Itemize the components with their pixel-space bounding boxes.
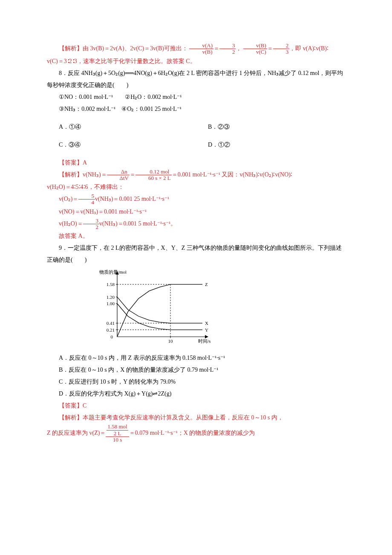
q7-analysis-line2: v(C)＝3∶2∶3，速率之比等于化学计量数之比。故答案 C。 [47,55,345,67]
q8-analysis-l2: v(H₂O)＝4∶5∶4∶6，不难得出： [47,181,345,193]
q8-derive-3: v(H₂O)＝32v(NH₃)＝0.001 5 mol·L⁻¹·s⁻¹。 [47,218,345,231]
svg-text:1.58: 1.58 [107,282,115,287]
svg-text:时间/s: 时间/s [198,338,210,344]
answer-label: 【答案】 [59,402,83,409]
q8-multi2: ③NH₃：0.002 mol·L⁻¹ ④O₂：0.001 25 mol·L⁻¹ [47,103,345,115]
svg-text:物质的量/mol: 物质的量/mol [99,269,127,275]
q8-analysis-l1: 【解析】v(NH₃)＝ΔnΔtV＝0.12 mol60 s × 2 L＝0.00… [47,169,345,182]
q9-stem: 9．一定温度下，在 2 L的密闭容器中，X、Y、Z 三种气体的物质的量随时间变化… [47,242,345,266]
nested-fraction: 1.58 mol2 L 10 s [106,424,129,443]
q8-multi1: ①NO：0.001 mol·L⁻¹ ②H₂O：0.002 mol·L⁻¹ [47,91,345,103]
fraction: 32 [83,218,100,231]
q9-option-b: B．反应在 0～10 s 内，X 的物质的量浓度减少了 0.79 mol·L⁻¹ [47,364,345,376]
svg-text:0: 0 [111,334,113,339]
svg-text:0.21: 0.21 [107,327,115,332]
q9-answer: 【答案】C [47,400,345,412]
q8-option-d: D．①② [196,139,345,151]
fraction: v(A)v(B) [189,43,213,55]
svg-text:Y: Y [205,327,208,332]
fraction: v(B)v(C) [243,43,267,55]
svg-text:1.00: 1.00 [107,301,115,306]
fraction: 32 [219,43,236,55]
q9-option-c: C．反应进行到 10 s 时，Y 的转化率为 79.0% [47,376,345,388]
q9-option-a: A．反应在 0～10 s 内，用 Z 表示的反应速率为 0.158 mol·L⁻… [47,352,345,364]
svg-text:X: X [205,321,208,326]
q8-option-b: B．②③ [196,121,345,133]
q7-analysis: 【解析】由 3v(B)＝2v(A)、2v(C)＝3v(B)可推出： v(A)v(… [47,43,345,55]
q8-option-c: C．③④ [47,139,196,151]
analysis-label: 【解析】 [59,171,83,178]
q9-chart: 物质的量/mol时间/s00.210.411.001.201.5810ZXY [94,269,345,350]
q8-option-a: A．①④ [47,121,196,133]
q8-derive-1: v(O₂)＝54v(NH₃)＝0.001 25 mol·L⁻¹·s⁻¹ [47,193,345,206]
q9-analysis-l1: 【解析】本题主要考查化学反应速率的计算及含义。从图像上看，反应在 0～10 s … [47,412,345,424]
analysis-label: 【解析】 [59,414,83,421]
text: 由 3v(B)＝2v(A)、2v(C)＝3v(B)可推出： [83,45,188,52]
fraction: ΔnΔtV [107,169,130,182]
svg-text:Z: Z [205,282,208,287]
q8-conclusion: 故答案 A。 [47,230,345,242]
svg-text:0.41: 0.41 [107,321,115,326]
answer-label: 【答案】 [59,159,83,166]
svg-marker-3 [205,335,208,338]
fraction: 0.12 mol60 s × 2 L [135,169,172,182]
chart-svg: 物质的量/mol时间/s00.210.411.001.201.5810ZXY [94,269,222,345]
svg-text:10: 10 [168,338,173,344]
q8-options: A．①④ C．③④ B．②③ D．①② [47,115,345,157]
svg-text:1.20: 1.20 [107,295,115,300]
answer-value: C [83,402,86,409]
fraction: 54 [78,193,95,206]
q8-stem: 8．反应 4NH₃(g)＋5O₂(g)══4NO(g)＋6H₂O(g)在 2 L… [47,67,345,91]
fraction: 23 [273,43,290,55]
q8-derive-2: v(NO)＝v(NH₃)＝0.001 mol·L⁻¹·s⁻¹ [47,206,345,218]
q8-answer: 【答案】A [47,157,345,169]
analysis-label: 【解析】 [59,45,83,52]
answer-value: A [83,159,87,166]
q9-analysis-l2: Z 的反应速率为 v(Z)＝ 1.58 mol2 L 10 s ＝0.079 m… [47,424,345,443]
q9-option-d: D．反应的化学方程式为 X(g)＋Y(g)⇌2Z(g) [47,388,345,400]
